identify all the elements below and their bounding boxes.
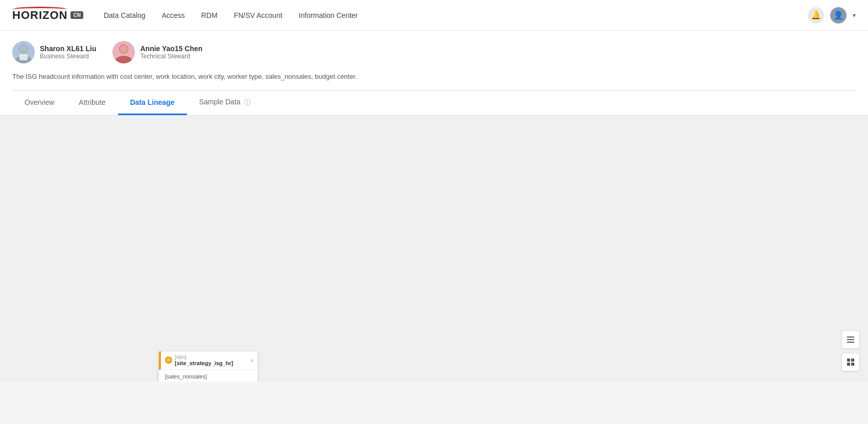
nav-item-fn-sv-account[interactable]: FN/SV Account — [234, 9, 283, 21]
sample-data-info-icon[interactable]: ⓘ — [244, 99, 250, 106]
nav-items: Data Catalog Access RDM FN/SV Account In… — [104, 9, 808, 21]
svg-rect-10 — [847, 359, 850, 362]
tabs-row: Overview Attribute Data Lineage Sample D… — [12, 90, 856, 115]
diagram-area: ⚙ [rdm] [site_strategy_isg_hr] ∧ [sales_… — [0, 116, 868, 382]
lineage-node-0: ⚙ [rdm] [site_strategy_isg_hr] ∧ [sales_… — [158, 351, 258, 382]
grid-view-button[interactable] — [841, 353, 860, 371]
logo-area: HORIZON CN — [12, 9, 83, 22]
steward-info-1: Annie Yao15 Chen Technical Steward — [140, 44, 202, 60]
top-nav: HORIZON CN Data Catalog Access RDM FN/SV… — [0, 0, 868, 31]
node-header-0: ⚙ [rdm] [site_strategy_isg_hr] ∧ — [159, 351, 257, 370]
logo-badge: CN — [71, 11, 83, 19]
chevron-down-icon[interactable]: ▾ — [853, 12, 856, 19]
svg-point-6 — [120, 45, 128, 53]
notification-icon[interactable]: 🔔 — [808, 7, 824, 24]
logo-text: HORIZON — [12, 9, 67, 21]
nav-right: 🔔 👤 ▾ — [808, 7, 856, 24]
steward-role-0: Business Steward — [40, 53, 96, 60]
svg-rect-13 — [851, 363, 854, 366]
steward-item-1: Annie Yao15 Chen Technical Steward — [112, 41, 202, 63]
steward-name-0: Sharon XL61 Liu — [40, 44, 96, 53]
steward-avatar-1 — [112, 41, 135, 63]
steward-info-0: Sharon XL61 Liu Business Steward — [40, 44, 96, 60]
steward-item-0: Sharon XL61 Liu Business Steward — [12, 41, 96, 63]
steward-name-1: Annie Yao15 Chen — [140, 44, 202, 53]
nav-item-data-catalog[interactable]: Data Catalog — [104, 9, 146, 21]
node-name-0: [site_strategy_isg_hr] — [175, 360, 233, 366]
node-icon-0: ⚙ — [165, 356, 172, 364]
connectors-svg — [0, 116, 868, 382]
node-field-0-0[interactable]: [sales_nonsales] — [159, 372, 257, 381]
tab-attribute[interactable]: Attribute — [66, 91, 118, 115]
svg-rect-12 — [847, 363, 850, 366]
list-view-button[interactable] — [841, 330, 860, 349]
logo-icon: HORIZON — [12, 9, 67, 22]
steward-role-1: Technical Steward — [140, 53, 202, 60]
node-header-left-0: ⚙ [rdm] [site_strategy_isg_hr] — [165, 354, 233, 366]
svg-rect-8 — [847, 339, 854, 340]
bottom-right-buttons — [841, 330, 860, 371]
description-text: The ISG headcount information with cost … — [12, 72, 856, 82]
svg-rect-9 — [847, 342, 854, 343]
nav-item-information-center[interactable]: Information Center — [299, 9, 358, 21]
tab-sample-data[interactable]: Sample Data ⓘ — [187, 91, 263, 116]
node-fields-0: [sales_nonsales] [cost_center] [city] [w… — [159, 370, 257, 382]
tab-data-lineage[interactable]: Data Lineage — [118, 91, 187, 115]
avatar[interactable]: 👤 — [830, 7, 847, 24]
svg-rect-3 — [19, 54, 28, 60]
node-chevron-0[interactable]: ∧ — [250, 358, 253, 363]
nav-item-rdm[interactable]: RDM — [201, 9, 218, 21]
svg-rect-11 — [851, 359, 854, 362]
node-field-0-1[interactable]: [cost_center] — [159, 381, 257, 382]
tab-overview[interactable]: Overview — [12, 91, 66, 115]
nav-item-access[interactable]: Access — [162, 9, 185, 21]
svg-point-5 — [115, 56, 132, 63]
content-area: Sharon XL61 Liu Business Steward Annie Y… — [0, 31, 868, 116]
svg-point-2 — [19, 45, 28, 53]
stewards-row: Sharon XL61 Liu Business Steward Annie Y… — [12, 41, 856, 63]
node-schema-0: [rdm] — [175, 354, 233, 360]
lineage-canvas: ⚙ [rdm] [site_strategy_isg_hr] ∧ [sales_… — [0, 116, 868, 382]
steward-avatar-0 — [12, 41, 35, 63]
svg-rect-7 — [847, 337, 854, 338]
